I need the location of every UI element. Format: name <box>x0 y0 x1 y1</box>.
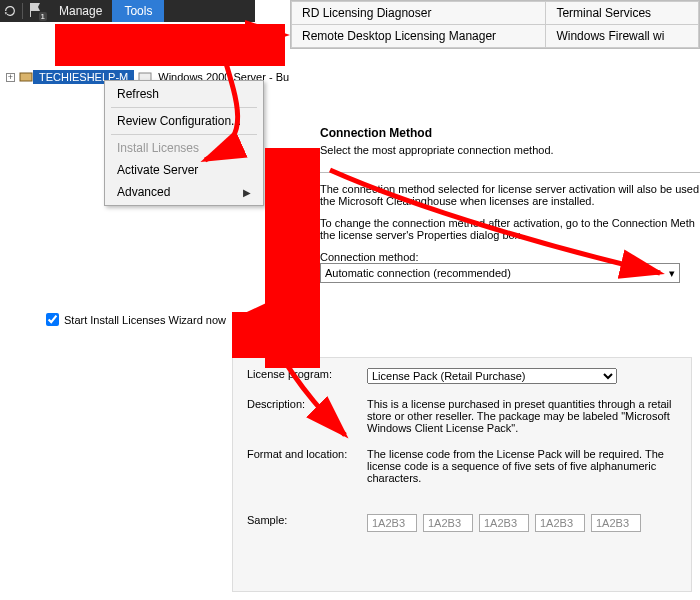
license-program-panel: License program: License Pack (Retail Pu… <box>232 357 692 592</box>
submenu-item-rd-diagnoser[interactable]: RD Licensing Diagnoser <box>292 2 546 25</box>
connection-method-subtitle: Select the most appropriate connection m… <box>320 144 700 156</box>
sample-inputs <box>367 514 677 532</box>
svg-rect-0 <box>30 3 31 17</box>
start-wizard-checkbox-row: Start Install Licenses Wizard now <box>46 313 226 326</box>
connection-method-value: Automatic connection (recommended) <box>325 267 511 279</box>
separator <box>111 107 257 108</box>
connection-method-title: Connection Method <box>320 126 700 140</box>
server-icon <box>19 71 33 83</box>
sample-input-2[interactable] <box>423 514 473 532</box>
description-value: This is a license purchased in preset qu… <box>367 398 677 434</box>
connection-method-panel: Connection Method Select the most approp… <box>320 126 700 283</box>
svg-rect-1 <box>20 73 32 81</box>
submenu-item-terminal-services[interactable]: Terminal Services <box>546 2 699 25</box>
format-label: Format and location: <box>247 448 367 484</box>
connection-method-select[interactable]: Automatic connection (recommended) ▾ <box>320 263 680 283</box>
ctx-review-configuration[interactable]: Review Configuration... <box>107 110 261 132</box>
license-program-label: License program: <box>247 368 367 384</box>
svg-rect-5 <box>232 312 320 358</box>
tools-submenu: RD Licensing Diagnoser Terminal Services… <box>290 0 700 49</box>
connection-method-label: Connection method: <box>320 251 700 263</box>
sample-input-1[interactable] <box>367 514 417 532</box>
ctx-advanced[interactable]: Advanced▶ <box>107 181 261 203</box>
description-label: Description: <box>247 398 367 434</box>
window-titlebar: 1 Manage Tools <box>0 0 255 22</box>
license-program-select[interactable]: License Pack (Retail Purchase) <box>367 368 617 384</box>
start-wizard-label: Start Install Licenses Wizard now <box>64 314 226 326</box>
notifications-badge: 1 <box>39 12 47 21</box>
tools-menu[interactable]: Tools <box>112 0 164 22</box>
submenu-item-rd-licensing-manager[interactable]: Remote Desktop Licensing Manager <box>292 25 546 48</box>
start-wizard-checkbox[interactable] <box>46 313 59 326</box>
sample-input-5[interactable] <box>591 514 641 532</box>
submenu-item-windows-firewall[interactable]: Windows Firewall wi <box>546 25 699 48</box>
sample-input-3[interactable] <box>479 514 529 532</box>
ctx-install-licenses: Install Licenses <box>107 137 261 159</box>
refresh-icon[interactable] <box>0 1 20 21</box>
chevron-right-icon: ▶ <box>243 187 251 198</box>
connection-method-text2: To change the connection method after ac… <box>320 217 700 241</box>
svg-rect-4 <box>265 148 320 368</box>
connection-method-text1: The connection method selected for licen… <box>320 183 700 207</box>
format-value: The license code from the License Pack w… <box>367 448 677 484</box>
ctx-activate-server[interactable]: Activate Server <box>107 159 261 181</box>
chevron-down-icon: ▾ <box>669 267 675 280</box>
notifications-flag-icon[interactable]: 1 <box>25 0 49 22</box>
svg-rect-3 <box>55 24 285 66</box>
tree-expand-icon[interactable]: + <box>6 73 15 82</box>
manage-menu[interactable]: Manage <box>49 0 112 22</box>
context-menu: Refresh Review Configuration... Install … <box>104 80 264 206</box>
ctx-refresh[interactable]: Refresh <box>107 83 261 105</box>
sample-label: Sample: <box>247 514 367 532</box>
separator <box>111 134 257 135</box>
sample-input-4[interactable] <box>535 514 585 532</box>
separator <box>22 3 23 19</box>
